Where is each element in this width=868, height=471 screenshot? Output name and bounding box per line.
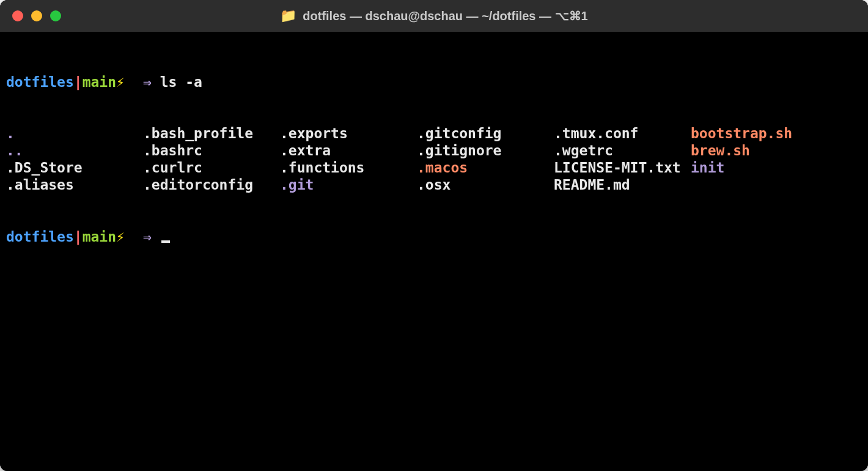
lightning-icon: ⚡ (116, 74, 125, 90)
ls-item: .wgetrc (554, 142, 691, 159)
window-title: 📁 dotfiles — dschau@dschau — ~/dotfiles … (280, 9, 587, 23)
ls-row: ..bash_profile.exports.gitconfig.tmux.co… (6, 125, 862, 142)
prompt-sep: | (74, 229, 83, 245)
cursor (161, 240, 170, 243)
maximize-button[interactable] (50, 10, 61, 21)
prompt-dir: dotfiles (6, 74, 74, 90)
ls-item: .. (6, 142, 143, 159)
ls-item: bootstrap.sh (691, 125, 828, 142)
prompt-dir: dotfiles (6, 229, 74, 245)
ls-item: .git (280, 176, 417, 193)
minimize-button[interactable] (31, 10, 42, 21)
ls-item: LICENSE-MIT.txt (554, 159, 691, 176)
folder-icon: 📁 (280, 9, 296, 23)
prompt-branch: main (83, 74, 116, 90)
ls-row: .aliases.editorconfig.git.osxREADME.md (6, 176, 862, 193)
ls-output: ..bash_profile.exports.gitconfig.tmux.co… (6, 125, 862, 193)
prompt-branch: main (83, 229, 116, 245)
prompt-sep: | (74, 74, 83, 90)
terminal-body[interactable]: dotfiles|main⚡⇒ ls -a ..bash_profile.exp… (0, 32, 868, 471)
ls-row: ...bashrc.extra.gitignore.wgetrcbrew.sh (6, 142, 862, 159)
ls-item: .DS_Store (6, 159, 143, 176)
close-button[interactable] (12, 10, 23, 21)
ls-row: .DS_Store.curlrc.functions.macosLICENSE-… (6, 159, 862, 176)
ls-item: .gitconfig (417, 125, 554, 142)
command-text: ls -a (160, 74, 202, 90)
ls-item: README.md (554, 176, 691, 193)
prompt-line-2: dotfiles|main⚡⇒ (6, 228, 862, 245)
ls-item: .editorconfig (143, 176, 280, 193)
ls-item: . (6, 125, 143, 142)
ls-item: .bashrc (143, 142, 280, 159)
terminal-window: 📁 dotfiles — dschau@dschau — ~/dotfiles … (0, 0, 868, 471)
ls-item: .exports (280, 125, 417, 142)
ls-item: init (691, 159, 828, 176)
traffic-lights (0, 10, 61, 21)
ls-item: .aliases (6, 176, 143, 193)
prompt-line-1: dotfiles|main⚡⇒ ls -a (6, 73, 862, 91)
ls-item: brew.sh (691, 142, 828, 159)
ls-item: .gitignore (417, 142, 554, 159)
prompt-arrow: ⇒ (143, 74, 152, 90)
ls-item: .extra (280, 142, 417, 159)
titlebar: 📁 dotfiles — dschau@dschau — ~/dotfiles … (0, 0, 868, 32)
lightning-icon: ⚡ (116, 229, 125, 245)
window-title-text: dotfiles — dschau@dschau — ~/dotfiles — … (303, 9, 587, 23)
ls-item: .macos (417, 159, 554, 176)
ls-item: .osx (417, 176, 554, 193)
ls-item: .curlrc (143, 159, 280, 176)
ls-item: .tmux.conf (554, 125, 691, 142)
ls-item: .functions (280, 159, 417, 176)
ls-item: .bash_profile (143, 125, 280, 142)
prompt-arrow: ⇒ (143, 229, 152, 245)
